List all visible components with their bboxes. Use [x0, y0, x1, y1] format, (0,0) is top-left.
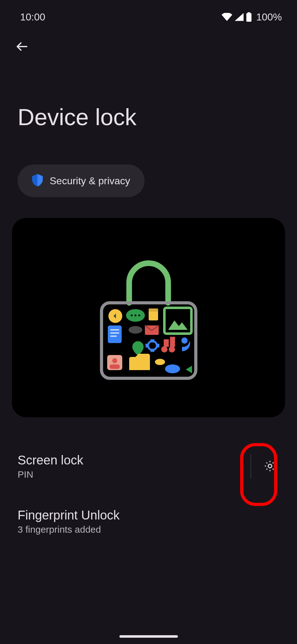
screen-lock-settings-button[interactable] [261, 457, 279, 476]
svg-point-23 [161, 346, 168, 353]
svg-rect-19 [151, 339, 154, 342]
svg-point-24 [169, 346, 175, 353]
svg-point-29 [155, 359, 165, 365]
svg-rect-15 [110, 329, 119, 330]
status-right: 100% [222, 11, 282, 23]
svg-rect-10 [149, 308, 158, 312]
divider-vertical [250, 454, 251, 479]
signal-icon [235, 13, 244, 21]
page-title: Device lock [0, 57, 297, 130]
svg-point-12 [129, 326, 142, 334]
svg-rect-14 [108, 325, 122, 343]
svg-point-18 [148, 341, 157, 350]
screen-lock-item-text[interactable]: Screen lock PIN [18, 453, 250, 480]
svg-point-30 [165, 364, 180, 373]
svg-point-7 [135, 314, 136, 316]
battery-icon [246, 12, 252, 22]
battery-pct: 100% [256, 11, 282, 23]
toolbar [0, 25, 297, 57]
navigation-handle[interactable] [119, 635, 178, 638]
svg-rect-20 [151, 349, 154, 352]
status-time: 10:00 [20, 11, 45, 23]
settings-list: Screen lock PIN Fingerprint Unlock 3 fin… [0, 447, 297, 546]
svg-point-25 [181, 337, 188, 344]
svg-point-27 [112, 358, 117, 363]
list-item-title: Screen lock [18, 453, 250, 467]
screen-lock-trailing [250, 454, 279, 479]
svg-rect-0 [246, 13, 251, 22]
lock-illustration-card [12, 218, 285, 417]
security-privacy-chip[interactable]: Security & privacy [18, 164, 145, 197]
svg-rect-22 [156, 344, 159, 347]
svg-rect-1 [248, 12, 250, 14]
svg-point-8 [138, 314, 140, 316]
wifi-icon [222, 13, 232, 21]
list-item-subtitle: PIN [18, 469, 250, 480]
lock-illustration-icon [98, 253, 199, 383]
list-item-title: Fingerprint Unlock [18, 508, 279, 522]
back-button[interactable] [13, 38, 31, 57]
gear-icon [263, 459, 277, 474]
shield-icon [32, 174, 43, 188]
fingerprint-unlock-item[interactable]: Fingerprint Unlock 3 fingerprints added [18, 502, 279, 546]
svg-rect-28 [110, 364, 120, 369]
svg-point-6 [131, 314, 133, 316]
svg-rect-16 [110, 332, 119, 334]
chip-label: Security & privacy [50, 175, 130, 187]
svg-rect-21 [146, 344, 149, 347]
arrow-back-icon [16, 40, 28, 54]
status-bar: 10:00 100% [0, 0, 297, 25]
screen-lock-item: Screen lock PIN [18, 447, 279, 491]
list-item-subtitle: 3 fingerprints added [18, 524, 279, 535]
svg-point-31 [268, 464, 272, 468]
svg-rect-17 [110, 336, 117, 337]
fingerprint-item-text: Fingerprint Unlock 3 fingerprints added [18, 508, 279, 535]
